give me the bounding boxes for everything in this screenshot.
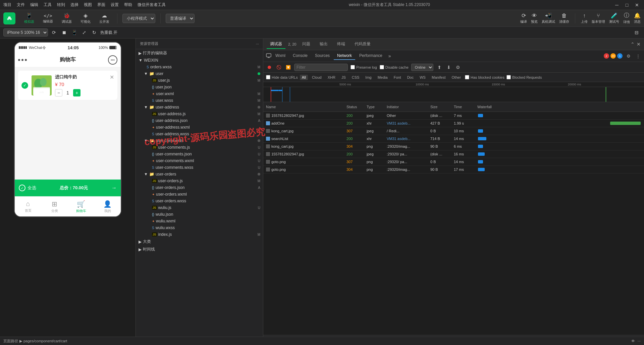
filter-manifest[interactable]: Manifest — [430, 75, 448, 80]
wechat-menu-button[interactable] — [108, 55, 117, 65]
devtools-tab-quality[interactable]: 代码质量 — [351, 40, 374, 49]
clear-cache-button[interactable]: 🗑 清缓存 — [559, 13, 569, 24]
blocked-cookies-check[interactable] — [465, 75, 469, 79]
file-wuliu-wxss[interactable]: S wuliu.wxss — [136, 224, 263, 231]
disable-cache-checkbox[interactable]: Disable cache — [380, 65, 409, 69]
wechat-back-area[interactable] — [18, 59, 27, 61]
item-checkbox[interactable]: ✓ — [21, 82, 28, 89]
real-device-button[interactable]: 📲 真机调试 — [542, 12, 555, 24]
file-wuliu-js[interactable]: JS wuliu.js U — [136, 204, 263, 211]
resize-button[interactable]: ⤢ — [80, 28, 88, 37]
nav-category[interactable]: ⊞ 分类 — [41, 197, 68, 216]
table-row[interactable]: goto.png 307 png :29320/ pa... 0 B 14 ms — [263, 158, 644, 166]
stop-button[interactable]: ⏹ — [60, 28, 68, 37]
table-row[interactable]: addOne 200 xhr VM31 asdeb... 427 B 1.99 … — [263, 120, 644, 127]
preview-button[interactable]: 👁 预览 — [531, 13, 538, 24]
file-user-orders-wxss[interactable]: S user-orders.wxss — [136, 198, 263, 204]
visual-tab[interactable]: ◈ 可视化 — [78, 11, 93, 25]
more-icon[interactable]: ⋮ — [635, 53, 641, 59]
folder-user-address[interactable]: ▼ 📁 user-address — [136, 104, 263, 111]
blocked-requests-checkbox[interactable]: Blocked Requests — [506, 75, 542, 79]
devtools-tab-issues[interactable]: 问题 — [299, 40, 314, 49]
dt-tab-sources[interactable]: Sources — [312, 52, 333, 60]
th-type[interactable]: Type — [364, 104, 384, 110]
file-user-comments-wxss[interactable]: S user-comments.wxss U — [136, 164, 263, 171]
checkout-button[interactable]: → — [111, 185, 117, 191]
devtools-tab-terminal[interactable]: 终端 — [334, 40, 348, 49]
compile-button[interactable]: ⟳ 编译 — [520, 12, 527, 24]
select-all-button[interactable]: ✓ — [19, 185, 25, 191]
file-user-wxss[interactable]: S user.wxss M — [136, 97, 263, 104]
inspect-button[interactable] — [266, 53, 271, 59]
table-row[interactable]: searchList 200 xhr VM31 asdeb... 714 B 1… — [263, 135, 644, 143]
menu-item-view[interactable]: 视图 — [84, 2, 92, 8]
simulator-tab[interactable]: 📱 模拟器 — [21, 11, 37, 25]
preserve-log-checkbox[interactable]: Preserve log — [351, 65, 377, 69]
file-user-js[interactable]: JS user.js M — [136, 77, 263, 84]
file-user-orders-wxml[interactable]: ✦ user-orders.wxml — [136, 191, 263, 198]
open-editors-header[interactable]: ▶ 打开的编辑器 — [136, 49, 263, 57]
version-button[interactable]: ⑂ 版本管理 — [592, 13, 605, 24]
blocked-requests-check[interactable] — [506, 75, 511, 79]
menu-item-interface[interactable]: 界面 — [97, 2, 105, 8]
file-user-comments-json[interactable]: {} user-comments.json U — [136, 151, 263, 157]
menu-item-file[interactable]: 文件 — [17, 2, 25, 8]
filter-media[interactable]: Media — [376, 75, 390, 80]
menu-item-goto[interactable]: 转到 — [57, 2, 65, 8]
table-row[interactable]: kong_cart.jpg 304 png :29320/imag... 90 … — [263, 143, 644, 150]
filter-cloud[interactable]: Cloud — [310, 75, 324, 80]
table-row[interactable]: 1557812802947.jpg 200 jpeg :29320/ pa...… — [263, 150, 644, 158]
filter-css[interactable]: CSS — [350, 75, 362, 80]
dt-tab-performance[interactable]: Performance — [356, 52, 386, 60]
devtools-close-button[interactable]: ✕ — [637, 42, 641, 47]
close-button[interactable]: ✕ — [633, 1, 641, 9]
th-initiator[interactable]: Initiator — [384, 104, 428, 110]
table-row[interactable]: goto.png 304 png :29320/imag... 90 B 17 … — [263, 166, 644, 174]
refresh-button[interactable]: ⟳ — [50, 28, 58, 37]
filter-all[interactable]: All — [300, 75, 308, 80]
file-user-address-wxml[interactable]: ✦ user-address.wxml — [136, 124, 263, 131]
folder-user-comments[interactable]: ▼ 📁 user-comments — [136, 137, 263, 144]
clear-button[interactable]: 🚫 — [275, 64, 282, 71]
folder-user-orders[interactable]: ▼ 📁 user-orders — [136, 171, 263, 178]
phone-icon-btn[interactable]: 📱 — [70, 28, 78, 37]
hotreload-toggle[interactable]: 热重载 开 — [100, 30, 117, 36]
preview-icon[interactable]: 👁 — [631, 339, 635, 343]
menu-item-edit[interactable]: 编辑 — [30, 2, 38, 8]
export-icon[interactable]: ⬇ — [445, 64, 452, 71]
filter-ws[interactable]: WS — [418, 75, 428, 80]
file-user-address-js[interactable]: JS user-address.js M — [136, 111, 263, 117]
qty-increase-button[interactable]: + — [73, 89, 80, 96]
mode-select[interactable]: 小程序模式 — [122, 14, 155, 23]
file-user-orders-js[interactable]: JS user-orders.js M — [136, 178, 263, 184]
th-size[interactable]: Size — [428, 104, 451, 110]
menu-item-tools[interactable]: 工具 — [44, 2, 52, 8]
file-user-address-wxss[interactable]: S user-address.wxss — [136, 131, 263, 137]
nav-home[interactable]: ⌂ 首页 — [15, 197, 41, 216]
dt-tab-more[interactable]: » — [386, 53, 393, 59]
devtools-settings-icon[interactable]: ⚙ — [455, 64, 462, 71]
file-user-comments-js[interactable]: JS user-comments.js U — [136, 144, 263, 151]
compile-select[interactable]: 普通编译 — [166, 14, 195, 23]
file-user-orders-json[interactable]: {} user-orders.json A — [136, 184, 263, 191]
table-row[interactable]: kong_cart.jpg 307 jpeg / Redi... 0 B 10 … — [263, 127, 644, 135]
th-waterfall[interactable]: Waterfall — [475, 104, 644, 110]
blocked-cookies-checkbox[interactable]: Has blocked cookies — [465, 75, 504, 79]
settings-icon[interactable]: ⚙ — [625, 53, 632, 59]
dacategory-header[interactable]: ▶ 大类 — [136, 238, 263, 246]
file-user-wxml[interactable]: ✦ user.wxml M — [136, 90, 263, 97]
filter-doc[interactable]: Doc — [405, 75, 416, 80]
throttle-select[interactable]: Online — [411, 64, 433, 71]
dt-tab-console[interactable]: Console — [289, 52, 311, 60]
file-user-address-json[interactable]: {} user-address.json A — [136, 117, 263, 124]
editor-tab[interactable]: </> 编辑器 — [40, 12, 56, 25]
th-status[interactable]: Status — [344, 104, 364, 110]
cloud-tab[interactable]: ☁ 云开发 — [97, 11, 112, 25]
menu-bar[interactable]: 项目 文件 编辑 工具 转到 选择 视图 界面 设置 帮助 微信开发者工具 — [3, 2, 166, 8]
import-icon[interactable]: ⬆ — [436, 64, 443, 71]
filter-other[interactable]: Other — [450, 75, 463, 80]
details-button[interactable]: ⓘ 详情 — [623, 12, 630, 24]
more-icon[interactable]: ··· — [638, 339, 641, 343]
nav-profile[interactable]: 👤 我的 — [94, 197, 121, 216]
hide-data-urls-check[interactable] — [266, 75, 270, 79]
